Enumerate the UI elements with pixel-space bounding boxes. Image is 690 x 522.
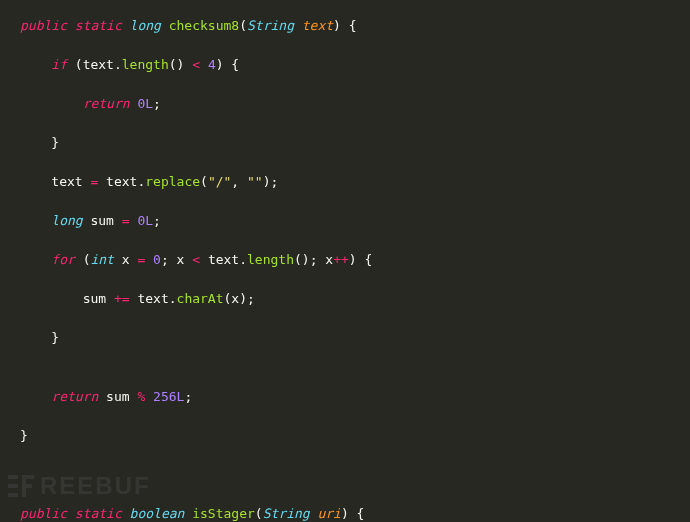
- return-type: long: [130, 18, 161, 33]
- modifier: public static: [20, 18, 122, 33]
- code-block: public static long checksum8(String text…: [0, 16, 690, 522]
- method-name: checksum8: [169, 18, 239, 33]
- param-name: text: [302, 18, 333, 33]
- keyword-if: if: [51, 57, 67, 72]
- param-type: String: [247, 18, 294, 33]
